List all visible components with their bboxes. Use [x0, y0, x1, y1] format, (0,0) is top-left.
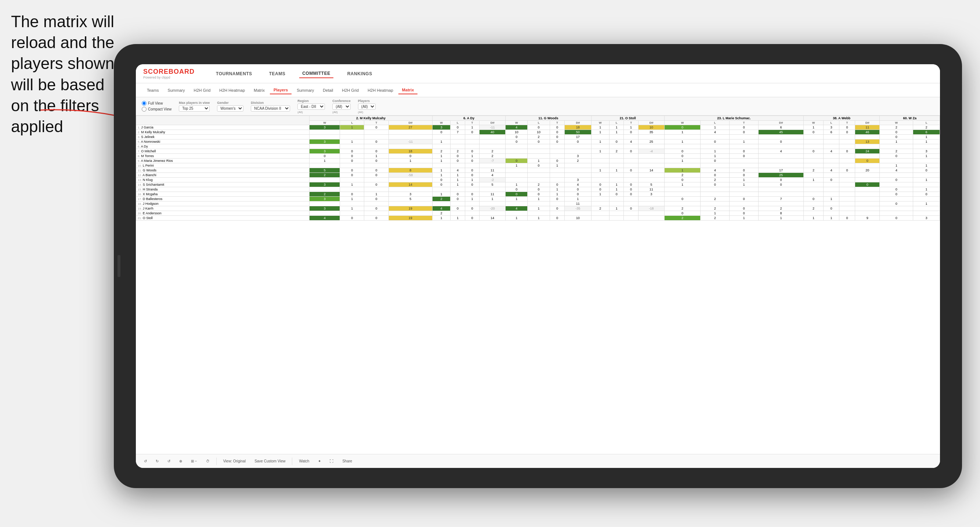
sub-nav-h2h-heatmap2[interactable]: H2H Heatmap: [364, 87, 397, 94]
table-row: 11. G Woods 5008 14011 11014 14017 24020…: [136, 168, 940, 173]
bottom-toolbar: ↺ ↻ ↺ ⊕ ⊞ − ⏱ View: Original Save Custom…: [136, 454, 940, 468]
full-view-radio[interactable]: [142, 101, 146, 106]
player-name-cell: 17. D Ballesteros: [136, 197, 310, 202]
max-players-select[interactable]: Top 25 Top 10 Top 50: [179, 105, 210, 111]
nav-committee[interactable]: COMMITTEE: [299, 69, 333, 78]
table-row: 13. N Klug 011-2 3 0210 10 01: [136, 178, 940, 183]
refresh-button[interactable]: ↺: [165, 459, 173, 464]
comment-button[interactable]: ✦: [316, 459, 323, 464]
region-select[interactable]: East - DII (All) West - DII: [298, 103, 325, 110]
sub-nav-h2h-grid2[interactable]: H2H Grid: [338, 87, 363, 94]
player-name-cell: 6. A Dy: [136, 144, 310, 149]
table-row: 15. H Stranda 0010 01011 01: [136, 187, 940, 192]
sub-w4: W: [591, 121, 609, 125]
division-select[interactable]: NCAA Division II NCAA Division I NCAA Di…: [251, 105, 290, 111]
compact-view-label: Compact View: [148, 107, 172, 111]
matrix-container[interactable]: 2. M Kelly Mulcahy 6. A Dy 11. G Woods 2…: [136, 116, 940, 453]
sub-nav-summary[interactable]: Summary: [164, 87, 188, 94]
sub-nav-teams[interactable]: Teams: [143, 87, 162, 94]
nav-teams[interactable]: TEAMS: [266, 70, 289, 78]
sub-dif5: Dif: [758, 121, 803, 125]
sub-dif4: Dif: [638, 121, 664, 125]
nav-rankings[interactable]: RANKINGS: [344, 70, 375, 78]
sub-w3: W: [506, 121, 528, 125]
conference-all: (All): [332, 111, 351, 114]
table-row: 1. J Garcia 31027 301-11 40018 11110 010…: [136, 125, 940, 130]
player-name-cell: 1. J Garcia: [136, 125, 310, 130]
sub-nav-h2h-grid[interactable]: H2H Grid: [190, 87, 214, 94]
region-filter: Region East - DII (All) West - DII (All): [298, 99, 325, 114]
sub-nav-h2h-heatmap[interactable]: H2H Heatmap: [216, 87, 248, 94]
sub-w7: W: [880, 121, 913, 125]
division-label: Division: [251, 101, 290, 105]
watch-button[interactable]: Watch: [297, 459, 311, 464]
sub-l4: L: [609, 121, 624, 125]
player-name-cell: 15. H Stranda: [136, 187, 310, 192]
sub-nav-summary2[interactable]: Summary: [293, 87, 318, 94]
annotation-text: The matrix will reload and the players s…: [11, 11, 125, 137]
conference-filter: Conference (All) (All): [332, 99, 351, 114]
player-name-cell: 18. J Hodgson: [136, 202, 310, 206]
table-row: 3. S Jelinek 02017 01: [136, 135, 940, 140]
sub-nav-detail[interactable]: Detail: [319, 87, 337, 94]
nav-tournaments[interactable]: TOURNAMENTS: [213, 70, 255, 78]
matrix-table: 2. M Kelly Mulcahy 6. A Dy 11. G Woods 2…: [136, 116, 940, 221]
players-select[interactable]: (All): [358, 103, 375, 110]
redo-button[interactable]: ↻: [153, 459, 161, 464]
players-label: Players: [358, 99, 375, 103]
col-header-woods: 11. G Woods: [506, 116, 592, 121]
max-players-label: Max players in view: [179, 101, 210, 105]
logo-scoreboard: SCOREBOARD: [143, 68, 195, 76]
player-name-cell: 10. L Perini: [136, 163, 310, 168]
sub-nav-players[interactable]: Players: [270, 86, 291, 94]
compact-view-option[interactable]: Compact View: [142, 107, 172, 111]
full-view-label: Full View: [148, 101, 163, 105]
save-custom-button[interactable]: Save Custom View: [252, 459, 288, 464]
sub-nav-matrix[interactable]: Matrix: [250, 87, 269, 94]
sub-navigation: Teams Summary H2H Grid H2H Heatmap Matri…: [136, 83, 940, 97]
max-players-filter: Max players in view Top 25 Top 10 Top 50: [179, 101, 210, 111]
sub-t3: T: [550, 121, 564, 125]
player-name-cell: 19. J Karrh: [136, 206, 310, 211]
table-row: 20. E Andersson 2 0108: [136, 211, 940, 216]
full-view-option[interactable]: Full View: [142, 101, 172, 106]
sub-dif2: Dif: [479, 121, 506, 125]
top-navigation: SCOREBOARD Powered by clippd TOURNAMENTS…: [136, 64, 940, 83]
settings-button[interactable]: ⊞ −: [189, 459, 199, 464]
conference-label: Conference: [332, 99, 351, 103]
gender-label: Gender: [217, 101, 243, 105]
logo-area: SCOREBOARD Powered by clippd: [143, 68, 195, 79]
compact-view-radio[interactable]: [142, 107, 146, 111]
players-all: (All): [358, 111, 375, 114]
sub-t5: T: [730, 121, 759, 125]
share-button[interactable]: Share: [340, 459, 354, 464]
table-row: 5. A Nomrowski 310-11 1 0000 10425 1010 …: [136, 140, 940, 144]
table-row: 10. L Perini 101 11: [136, 163, 940, 168]
division-filter: Division NCAA Division II NCAA Division …: [251, 101, 290, 111]
sub-l2: L: [450, 121, 465, 125]
clock-button[interactable]: ⏱: [204, 459, 212, 464]
sub-l1: L: [340, 121, 364, 125]
undo-button[interactable]: ↺: [142, 459, 149, 464]
sub-nav-matrix2[interactable]: Matrix: [398, 86, 417, 94]
col-header-stoll: 21. O Stoll: [591, 116, 664, 121]
view-original-button[interactable]: View: Original: [221, 459, 248, 464]
expand-button[interactable]: ⛶: [328, 459, 336, 464]
gender-select[interactable]: Women's Men's: [217, 105, 243, 111]
player-name-cell: 9. A Maria Jimenez Rios: [136, 159, 310, 163]
table-row: 21. O Stoll 40019 11014 11010 2211 1109 …: [136, 216, 940, 221]
player-name-cell: 14. S Srichantamit: [136, 183, 310, 187]
sub-t4: T: [624, 121, 638, 125]
player-name-cell: 8. M Torres: [136, 154, 310, 159]
sub-l5: L: [701, 121, 730, 125]
sub-l6: L: [823, 121, 839, 125]
player-col-header: [136, 116, 310, 125]
players-filter: Players (All) (All): [358, 99, 375, 114]
view-radio-group: Full View Compact View: [142, 101, 172, 111]
conference-select[interactable]: (All): [332, 103, 351, 110]
sub-dif3: Dif: [565, 121, 592, 125]
zoom-button[interactable]: ⊕: [177, 459, 185, 464]
table-row: 8. M Torres 0010 1012 3 010 01: [136, 154, 940, 159]
sub-w2: W: [432, 121, 450, 125]
sub-t2: T: [465, 121, 479, 125]
